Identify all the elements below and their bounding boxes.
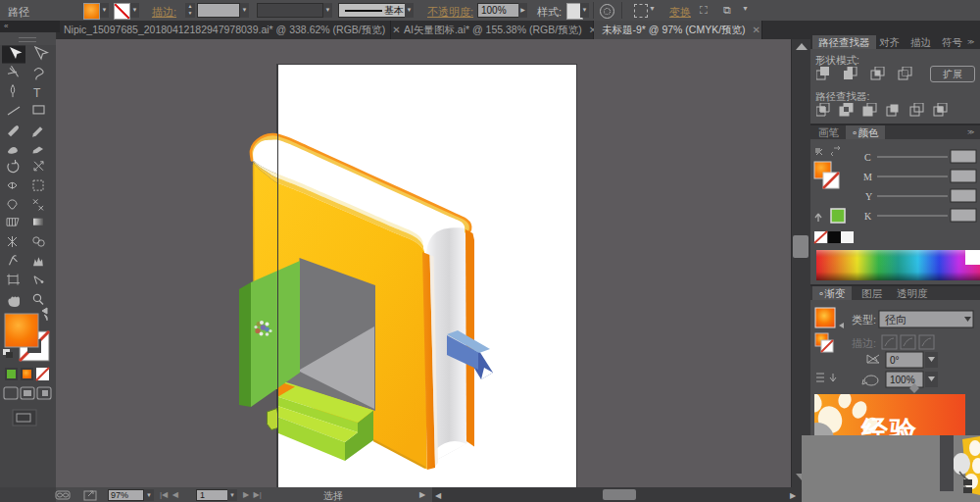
svg-text:100%: 100% [890, 375, 915, 385]
svg-text:K: K [864, 211, 872, 222]
svg-text:0°: 0° [890, 355, 900, 366]
svg-text:描边:: 描边: [852, 337, 876, 349]
svg-text:经验: 经验 [860, 416, 918, 435]
svg-text:C: C [864, 152, 871, 163]
svg-text:T: T [33, 86, 41, 100]
svg-text:径向: 径向 [885, 314, 906, 326]
svg-text:M: M [863, 172, 872, 182]
svg-text:类型:: 类型: [852, 314, 876, 326]
svg-text:Y: Y [865, 191, 872, 202]
